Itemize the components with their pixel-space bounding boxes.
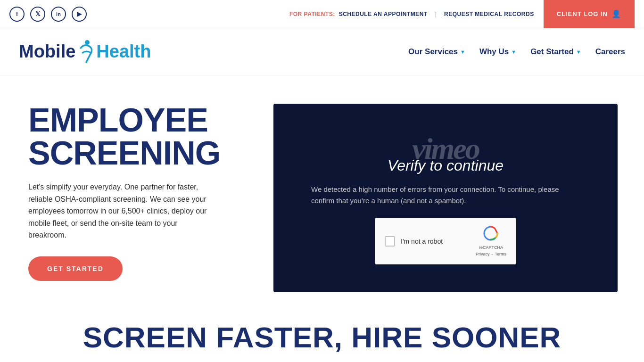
top-bar-right: FOR PATIENTS: SCHEDULE AN APPOINTMENT | … xyxy=(289,0,635,28)
nav-bar: Mobile Health Our Services ▼ Why Us ▼ Ge… xyxy=(0,28,644,75)
svg-point-0 xyxy=(85,40,90,45)
logo[interactable]: Mobile Health xyxy=(19,40,151,64)
nav-why-us[interactable]: Why Us ▼ xyxy=(479,47,516,57)
schedule-appointment-link[interactable]: SCHEDULE AN APPOINTMENT xyxy=(339,11,428,17)
separator: | xyxy=(435,10,437,17)
verify-title: Verify to continue xyxy=(388,157,504,174)
top-bar: f 𝕏 in ▶ FOR PATIENTS: SCHEDULE AN APPOI… xyxy=(0,0,644,28)
recaptcha-left: I'm not a robot xyxy=(385,236,443,247)
recaptcha-logo-icon xyxy=(483,226,498,244)
nav-our-services[interactable]: Our Services ▼ xyxy=(408,47,465,57)
logo-health: Health xyxy=(96,41,151,62)
hero-description: Let's simplify your everyday. One partne… xyxy=(28,181,217,241)
logo-mobile: Mobile xyxy=(19,41,75,62)
chevron-down-icon: ▼ xyxy=(460,49,465,55)
facebook-icon[interactable]: f xyxy=(9,7,25,22)
nav-links: Our Services ▼ Why Us ▼ Get Started ▼ Ca… xyxy=(408,47,625,57)
recaptcha-label: I'm not a robot xyxy=(401,238,443,245)
top-bar-links: FOR PATIENTS: SCHEDULE AN APPOINTMENT | … xyxy=(289,10,534,17)
recaptcha-box: I'm not a robot reCAPTCHA Privacy xyxy=(375,218,516,264)
linkedin-icon[interactable]: in xyxy=(51,7,66,22)
recaptcha-checkbox[interactable] xyxy=(385,236,395,247)
hero-section: EMPLOYEE SCREENING Let's simplify your e… xyxy=(0,75,644,311)
video-container: vimeo Verify to continue We detected a h… xyxy=(273,104,618,292)
chevron-down-icon: ▼ xyxy=(576,49,581,55)
youtube-icon[interactable]: ▶ xyxy=(72,7,87,22)
recaptcha-links: Privacy - Terms xyxy=(476,252,506,256)
request-records-link[interactable]: REQUEST MEDICAL RECORDS xyxy=(444,11,534,17)
verify-description: We detected a high number of errors from… xyxy=(311,184,580,206)
chevron-down-icon: ▼ xyxy=(511,49,516,55)
hero-left: EMPLOYEE SCREENING Let's simplify your e… xyxy=(28,104,255,281)
user-icon: 👤 xyxy=(611,9,621,18)
logo-icon xyxy=(77,40,95,64)
nav-careers[interactable]: Careers xyxy=(595,47,625,57)
nav-get-started[interactable]: Get Started ▼ xyxy=(530,47,581,57)
twitter-icon[interactable]: 𝕏 xyxy=(30,7,45,22)
recaptcha-brand: reCAPTCHA xyxy=(479,245,503,251)
logo-text: Mobile Health xyxy=(19,40,151,64)
get-started-button[interactable]: GET STARTED xyxy=(28,256,123,281)
bottom-teaser: SCREEN FASTER, HIRE SOONER xyxy=(0,311,644,362)
for-patients-label: FOR PATIENTS: xyxy=(289,11,335,17)
hero-title: EMPLOYEE SCREENING xyxy=(28,104,255,170)
social-icons: f 𝕏 in ▶ xyxy=(9,7,87,22)
bottom-teaser-text: SCREEN FASTER, HIRE SOONER xyxy=(28,321,616,354)
client-login-button[interactable]: CLIENT LOG IN 👤 xyxy=(544,0,635,28)
client-login-label: CLIENT LOG IN xyxy=(557,10,608,17)
recaptcha-right: reCAPTCHA Privacy - Terms xyxy=(476,226,506,256)
hero-right: vimeo Verify to continue We detected a h… xyxy=(273,104,618,292)
